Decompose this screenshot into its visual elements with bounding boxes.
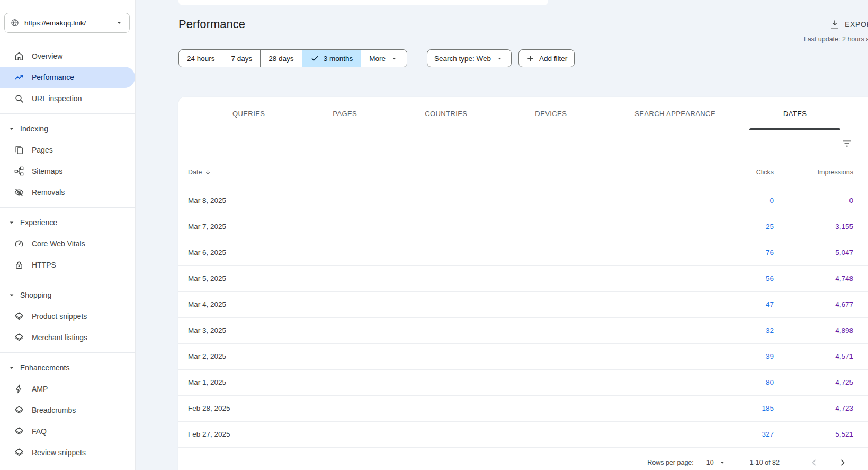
- date-value: Mar 1, 2025: [188, 378, 226, 386]
- clicks-value: 47: [766, 300, 774, 308]
- row-spacer: [853, 395, 868, 421]
- section-header-enhancements[interactable]: Enhancements: [0, 357, 135, 378]
- chart-card-bottom-edge: [178, 0, 548, 5]
- table-row[interactable]: Mar 4, 2025 47 4,677: [178, 291, 868, 317]
- rows-per-page-select[interactable]: 10: [706, 458, 727, 467]
- divider: [0, 280, 135, 280]
- performance-icon: [14, 72, 24, 83]
- tab-devices[interactable]: DEVICES: [501, 97, 601, 130]
- date-range-24-hours[interactable]: 24 hours: [179, 50, 223, 67]
- clicks-value: 185: [762, 404, 774, 412]
- impressions-value: 4,571: [835, 352, 853, 360]
- impressions-column-header[interactable]: Impressions: [774, 157, 853, 188]
- sidebar-item-faq[interactable]: FAQ: [0, 421, 135, 442]
- sidebar-item-overview[interactable]: Overview: [0, 46, 135, 67]
- sidebar-sections: Indexing Pages Sitemaps Removals Experie…: [0, 113, 135, 463]
- tab-dates[interactable]: DATES: [749, 97, 840, 130]
- clicks-value: 56: [766, 274, 774, 282]
- table-row[interactable]: Mar 5, 2025 56 4,748: [178, 265, 868, 291]
- date-range-more[interactable]: More: [361, 50, 407, 67]
- table-row[interactable]: Mar 3, 2025 32 4,898: [178, 317, 868, 343]
- next-page-button[interactable]: [836, 456, 849, 469]
- sidebar-item-removals[interactable]: Removals: [0, 182, 135, 203]
- date-value: Mar 5, 2025: [188, 274, 226, 282]
- chevron-down-icon: [114, 18, 124, 28]
- section-header-indexing[interactable]: Indexing: [0, 118, 135, 139]
- divider: [0, 207, 135, 208]
- property-selector[interactable]: https://emakqq.link/: [4, 13, 130, 33]
- sidebar-item-amp[interactable]: AMP: [0, 378, 135, 400]
- filter-table-button[interactable]: [840, 137, 854, 150]
- tab-pages[interactable]: PAGES: [299, 97, 391, 130]
- sidebar-item-performance[interactable]: Performance: [0, 67, 135, 88]
- impressions-value: 0: [849, 197, 853, 205]
- sidebar-item-https[interactable]: HTTPS: [0, 254, 135, 276]
- table-row[interactable]: Mar 7, 2025 25 3,155: [178, 214, 868, 240]
- tab-search-appearance[interactable]: SEARCH APPEARANCE: [601, 97, 749, 130]
- table-row[interactable]: Mar 2, 2025 39 4,571: [178, 343, 868, 369]
- sidebar-item-pages[interactable]: Pages: [0, 139, 135, 161]
- date-range-3-months[interactable]: 3 months: [302, 50, 361, 67]
- search-type-chip[interactable]: Search type: Web: [427, 49, 512, 67]
- visibility-off-icon: [14, 187, 24, 198]
- impressions-value: 4,748: [835, 274, 853, 282]
- table-row[interactable]: Feb 28, 2025 185 4,723: [178, 395, 868, 421]
- row-spacer: [853, 214, 868, 240]
- clicks-value: 25: [766, 223, 774, 230]
- row-spacer: [853, 421, 868, 447]
- table-card: QUERIES PAGES COUNTRIES DEVICES SEARCH A…: [178, 97, 868, 470]
- date-range-7-days[interactable]: 7 days: [223, 50, 261, 67]
- sidebar-section-enhancements: Enhancements AMP Breadcrumbs FAQ Review …: [0, 357, 135, 463]
- sidebar-item-url-inspection[interactable]: URL inspection: [0, 88, 135, 109]
- row-spacer: [853, 291, 868, 317]
- home-icon: [14, 51, 24, 61]
- pagination-range: 1-10 of 82: [750, 459, 780, 466]
- pages-icon: [14, 145, 24, 155]
- sidebar-item-core-web-vitals[interactable]: Core Web Vitals: [0, 233, 135, 254]
- date-range-segments: 24 hours 7 days 28 days 3 months More: [178, 49, 407, 67]
- date-value: Feb 28, 2025: [188, 404, 230, 412]
- sidebar-item-breadcrumbs[interactable]: Breadcrumbs: [0, 400, 135, 421]
- export-button[interactable]: EXPORT: [829, 19, 868, 30]
- sidebar-item-product-snippets[interactable]: Product snippets: [0, 306, 135, 327]
- date-value: Mar 4, 2025: [188, 300, 226, 308]
- sidebar: https://emakqq.link/ Overview Performanc…: [0, 0, 136, 470]
- clicks-value: 32: [766, 326, 774, 334]
- property-url: https://emakqq.link/: [24, 19, 110, 27]
- previous-page-button[interactable]: [807, 456, 821, 469]
- table-row[interactable]: Feb 27, 2025 327 5,521: [178, 421, 868, 447]
- date-range-28-days[interactable]: 28 days: [260, 50, 301, 67]
- section-header-experience[interactable]: Experience: [0, 212, 135, 233]
- tab-bar: QUERIES PAGES COUNTRIES DEVICES SEARCH A…: [178, 97, 868, 130]
- clicks-value: 80: [766, 378, 774, 386]
- tab-countries[interactable]: COUNTRIES: [391, 97, 501, 130]
- sidebar-item-review-snippets[interactable]: Review snippets: [0, 442, 135, 463]
- filter-list-icon: [841, 138, 853, 149]
- date-value: Mar 8, 2025: [188, 197, 226, 205]
- table-header-row: Date Clicks Impressions: [178, 157, 868, 188]
- clicks-column-header[interactable]: Clicks: [694, 157, 774, 188]
- rows-per-page-value: 10: [706, 459, 714, 466]
- section-header-shopping[interactable]: Shopping: [0, 285, 135, 306]
- lock-icon: [14, 260, 24, 270]
- chevron-right-icon: [837, 457, 848, 468]
- page-header: Performance EXPORT: [178, 15, 868, 33]
- chevron-left-icon: [809, 457, 819, 468]
- sort-by-date-button[interactable]: Date: [188, 168, 212, 176]
- clicks-value: 39: [766, 352, 774, 360]
- tab-queries[interactable]: QUERIES: [199, 97, 299, 130]
- row-spacer: [853, 369, 868, 395]
- collapse-arrow-icon: [7, 291, 16, 299]
- add-filter-chip[interactable]: Add filter: [518, 49, 575, 67]
- dates-table: Date Clicks Impressions Mar: [178, 157, 868, 448]
- sidebar-item-merchant-listings[interactable]: Merchant listings: [0, 327, 135, 348]
- date-value: Mar 7, 2025: [188, 223, 226, 230]
- sidebar-item-sitemaps[interactable]: Sitemaps: [0, 161, 135, 182]
- plus-icon: [526, 54, 535, 63]
- impressions-value: 5,047: [835, 249, 853, 256]
- table-row[interactable]: Mar 6, 2025 76 5,047: [178, 240, 868, 265]
- search-type-label: Search type: Web: [434, 55, 491, 63]
- table-row[interactable]: Mar 8, 2025 0 0: [178, 188, 868, 214]
- table-row[interactable]: Mar 1, 2025 80 4,725: [178, 369, 868, 395]
- chevron-down-icon: [390, 54, 399, 63]
